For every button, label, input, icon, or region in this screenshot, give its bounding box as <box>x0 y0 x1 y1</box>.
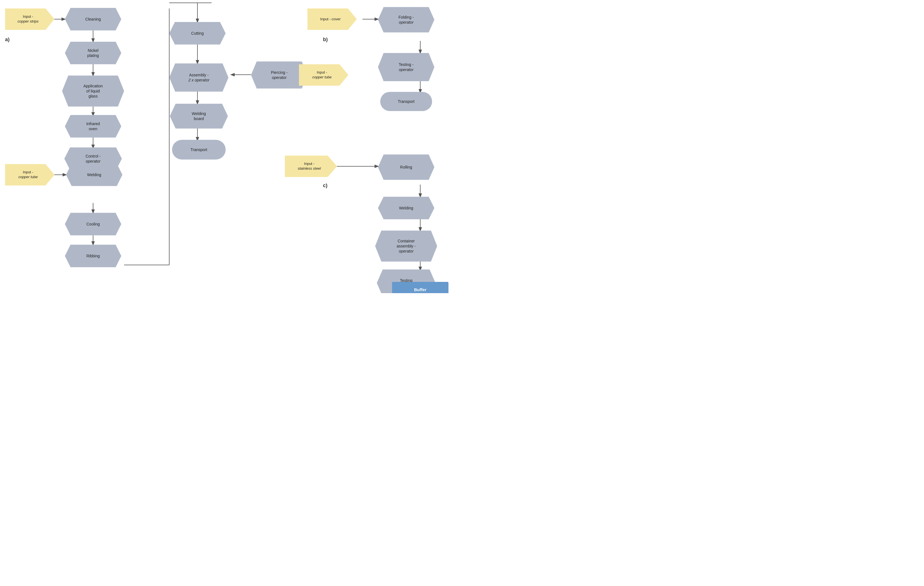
welding-left: Welding <box>66 163 122 186</box>
folding-operator: Folding -operator <box>378 7 434 33</box>
ribbing: Ribbing <box>65 245 121 267</box>
assembly-2x: Assembly -2 x operator <box>169 63 228 92</box>
input-copper-strips: Input -copper strips <box>5 8 54 30</box>
label-c: c) <box>323 183 327 189</box>
transport-mid: Transport <box>172 140 226 160</box>
infrared-oven: Infraredoven <box>65 115 121 138</box>
testing-operator: Testing -operator <box>378 53 434 81</box>
transport-right: Transport <box>380 92 432 111</box>
nickel-plating: Nickelplating <box>65 42 121 64</box>
label-b: b) <box>323 37 328 43</box>
welding-board: Weldingboard <box>170 104 228 128</box>
application-liquid-glass: Applicationof liquidglass <box>62 76 124 107</box>
label-a: a) <box>5 37 10 43</box>
input-copper-tube-left: Input -copper tube <box>5 164 54 186</box>
cutting: Cutting <box>169 22 226 44</box>
rolling: Rolling <box>378 155 434 180</box>
input-cover: Input - cover <box>307 8 357 30</box>
welding-c: Welding <box>378 197 434 219</box>
input-copper-tube-right: Input -copper tube <box>299 64 348 86</box>
cooling: Cooling <box>65 213 121 235</box>
cleaning: Cleaning <box>65 8 121 30</box>
diagram: a) Input -copper strips Cleaning Nickelp… <box>0 0 462 293</box>
input-stainless-steel: Input -stainless steel <box>285 156 337 177</box>
buffer: Buffer <box>392 282 449 293</box>
container-assembly: Containerassembly -operator <box>375 230 437 262</box>
